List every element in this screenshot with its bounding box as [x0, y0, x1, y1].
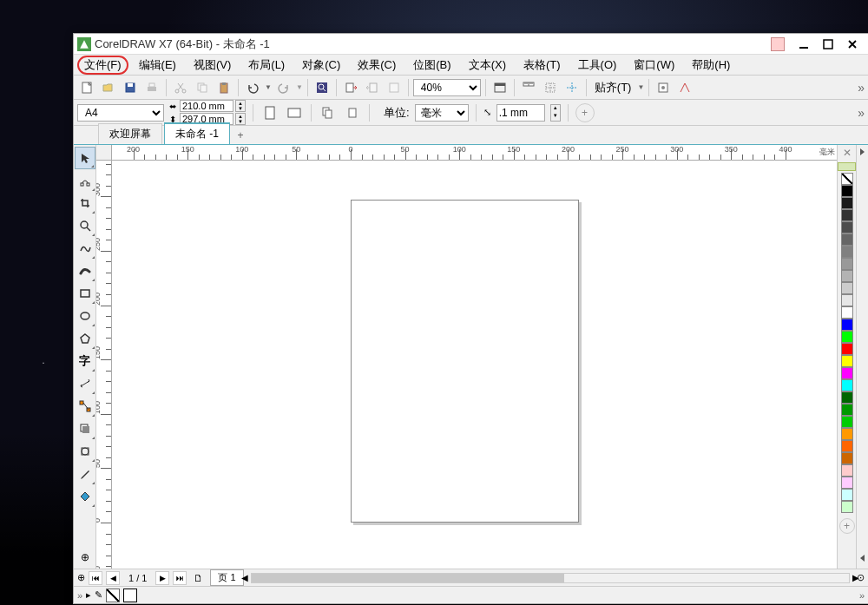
color-swatch[interactable] — [841, 343, 853, 355]
color-swatch[interactable] — [841, 197, 853, 209]
eyedropper-tool[interactable] — [75, 463, 95, 485]
portrait-button[interactable] — [260, 103, 279, 122]
menu-layout[interactable]: 布局(L) — [241, 56, 292, 75]
new-button[interactable] — [77, 78, 96, 97]
ellipse-tool[interactable] — [75, 305, 95, 327]
color-swatch[interactable] — [841, 404, 853, 416]
text-tool[interactable]: 字 — [75, 350, 95, 372]
no-color-swatch[interactable] — [841, 173, 853, 185]
paper-size-select[interactable]: A4 — [77, 104, 164, 122]
export-button[interactable] — [363, 78, 382, 97]
next-page-button[interactable]: ▶ — [155, 571, 169, 585]
launch-button[interactable] — [675, 78, 694, 97]
current-page-button[interactable] — [343, 103, 362, 122]
color-swatch[interactable] — [841, 501, 853, 513]
menu-object[interactable]: 对象(C) — [295, 56, 347, 75]
color-swatch[interactable] — [841, 221, 853, 233]
show-grid-button[interactable] — [541, 78, 560, 97]
paste-button[interactable] — [214, 78, 233, 97]
docker-expand-arrow-2[interactable] — [860, 555, 865, 562]
connector-tool[interactable] — [75, 395, 95, 418]
parallel-dimension-tool[interactable] — [75, 372, 95, 395]
statusbar-overflow[interactable]: » — [77, 590, 82, 601]
zoom-select[interactable]: 40% — [413, 79, 481, 96]
zoom-tool[interactable] — [75, 214, 95, 237]
color-swatch[interactable] — [841, 209, 853, 221]
color-swatch[interactable] — [841, 391, 853, 404]
palette-more-button[interactable]: + — [839, 518, 855, 534]
menu-bitmap[interactable]: 位图(B) — [406, 56, 457, 75]
color-swatch[interactable] — [841, 258, 853, 270]
tab-document[interactable]: 未命名 -1 — [164, 122, 230, 144]
redo-dropdown[interactable]: ▼ — [296, 83, 303, 91]
redo-button[interactable] — [274, 78, 293, 97]
show-guides-button[interactable] — [562, 78, 582, 97]
statusbar-overflow-right[interactable]: » — [859, 590, 865, 601]
height-spinner[interactable]: ▲▼ — [235, 113, 246, 125]
copy-button[interactable] — [193, 78, 212, 97]
undo-dropdown[interactable]: ▼ — [265, 83, 272, 91]
menu-file[interactable]: 文件(F) — [77, 56, 128, 75]
color-swatch[interactable] — [841, 331, 853, 343]
prev-page-button[interactable]: ◀ — [106, 571, 120, 585]
freehand-tool[interactable] — [75, 237, 95, 260]
add-page-button[interactable]: 🗋 — [190, 573, 207, 583]
color-swatch[interactable] — [841, 355, 853, 367]
color-swatch[interactable] — [841, 294, 853, 306]
rectangle-tool[interactable] — [75, 282, 95, 305]
crop-tool[interactable] — [75, 192, 95, 214]
color-swatch[interactable] — [841, 185, 853, 197]
width-spinner[interactable]: ▲▼ — [235, 100, 246, 112]
fullscreen-preview-button[interactable] — [490, 78, 510, 97]
save-button[interactable] — [121, 78, 140, 97]
color-swatch[interactable] — [841, 282, 853, 294]
show-rulers-button[interactable] — [519, 78, 538, 97]
first-page-button[interactable]: ⏮ — [89, 571, 102, 585]
color-swatch[interactable] — [841, 246, 853, 258]
search-content-button[interactable] — [312, 78, 332, 97]
color-swatch[interactable] — [841, 489, 853, 501]
horizontal-scroll-thumb[interactable] — [252, 574, 564, 582]
close-button[interactable] — [840, 36, 865, 53]
page-width-input[interactable] — [180, 100, 233, 112]
new-tab-button[interactable]: + — [232, 127, 249, 144]
color-swatch[interactable] — [841, 306, 853, 319]
drop-shadow-tool[interactable] — [75, 418, 95, 440]
menu-table[interactable]: 表格(T) — [516, 56, 568, 75]
color-swatch[interactable] — [841, 428, 853, 440]
docker-expand-arrow[interactable] — [860, 148, 865, 155]
snap-dropdown[interactable]: ▼ — [637, 83, 644, 91]
cut-button[interactable] — [171, 78, 190, 97]
ruler-origin[interactable] — [96, 145, 112, 161]
options-button[interactable] — [654, 78, 673, 97]
user-account-icon[interactable] — [771, 37, 785, 51]
color-swatch[interactable] — [841, 367, 853, 379]
page-tab[interactable]: 页 1 — [210, 569, 243, 586]
horizontal-scrollbar[interactable]: ◀ ▶ — [251, 573, 850, 583]
interactive-fill-tool[interactable] — [75, 485, 95, 508]
color-swatch[interactable] — [841, 270, 853, 282]
undo-button[interactable] — [243, 78, 262, 97]
tab-welcome[interactable]: 欢迎屏幕 — [98, 123, 162, 144]
import-button[interactable] — [341, 78, 360, 97]
shape-tool[interactable] — [75, 169, 95, 192]
all-pages-button[interactable] — [319, 103, 338, 122]
color-swatch[interactable] — [841, 464, 853, 477]
color-swatch[interactable] — [841, 416, 853, 428]
menu-text[interactable]: 文本(X) — [462, 56, 513, 75]
menu-tool[interactable]: 工具(O) — [571, 56, 624, 75]
nudge-input[interactable] — [496, 104, 545, 122]
outline-swatch[interactable] — [123, 589, 137, 602]
color-swatch[interactable] — [841, 452, 853, 464]
vertical-ruler[interactable]: -50050100150200250300 — [96, 161, 112, 569]
propbar-overflow[interactable]: » — [858, 106, 865, 120]
polygon-tool[interactable] — [75, 327, 95, 350]
duplicate-distance-button[interactable]: + — [575, 103, 595, 122]
color-swatch[interactable] — [841, 379, 853, 391]
nudge-spinner[interactable]: ▲▼ — [550, 104, 561, 122]
transparency-tool[interactable] — [75, 440, 95, 463]
page[interactable] — [351, 200, 579, 523]
snap-button[interactable]: 贴齐(T) — [591, 80, 635, 95]
last-page-button[interactable]: ⏭ — [173, 571, 187, 585]
menu-view[interactable]: 视图(V) — [187, 56, 238, 75]
